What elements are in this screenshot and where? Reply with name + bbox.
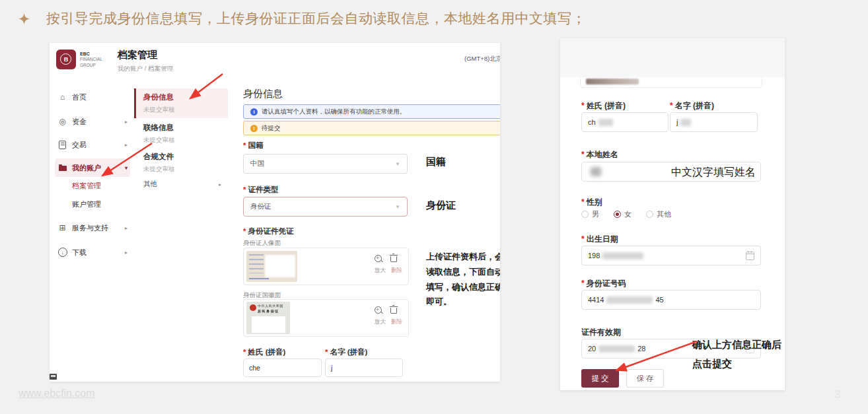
chevron-down-icon: ▾: [125, 165, 127, 171]
pending-alert: ! 待提交: [243, 121, 500, 135]
logo-wordmark: EBC FINANCIAL GROUP: [80, 50, 102, 69]
zoom-label[interactable]: 放大: [375, 267, 386, 275]
id-back-title: 居民身份证: [258, 309, 279, 314]
breadcrumb: 我的账户 / 档案管理: [118, 65, 173, 73]
id-back-thumbnail[interactable]: 中华人民共和国 居民身份证: [246, 302, 290, 334]
validity-suffix: 28: [637, 345, 645, 353]
subnav-item-other[interactable]: 其他 ▸: [134, 176, 228, 193]
id-number-strip: [249, 278, 269, 279]
sidebar-item-home[interactable]: ⌂ 首页: [55, 88, 130, 106]
submit-button[interactable]: 提 交: [581, 369, 619, 388]
id-number-label: *身份证号码: [581, 278, 626, 289]
delete-label[interactable]: 删除: [391, 318, 402, 326]
zoom-in-icon[interactable]: [375, 306, 382, 314]
nationality-label: *国籍: [243, 141, 263, 151]
sidebar-item-label: 下载: [72, 248, 87, 258]
chat-widget-icon[interactable]: [50, 374, 57, 380]
subnav-label: 身份信息: [143, 92, 228, 102]
surname-value: che: [249, 364, 260, 372]
calendar-icon[interactable]: [746, 252, 754, 260]
id-upload-box-bottom: [580, 77, 762, 88]
info-alert-text: 请认真填写个人资料，以确保所有功能的正常使用。: [262, 108, 406, 116]
local-name-input[interactable]: 中文汉字填写姓名: [581, 162, 761, 182]
upload-annotation: 上传证件资料后，会读取信息，下面自动填写，确认信息正确即可。: [426, 250, 500, 310]
id-back-upload-box: 中华人民共和国 居民身份证 放大 删除: [243, 299, 409, 337]
sidebar-item-profile-management[interactable]: 档案管理: [72, 178, 101, 193]
gender-other-radio[interactable]: 其他: [646, 209, 671, 219]
id-front-label: 身份证人像面: [243, 239, 281, 248]
dob-input[interactable]: 198: [581, 246, 761, 265]
surname-input[interactable]: ch: [581, 112, 669, 132]
app-header: B EBC FINANCIAL GROUP 档案管理 我的账户 / 档案管理 (…: [50, 43, 500, 80]
givenname-label: *名字 (拼音): [670, 100, 714, 112]
nationality-select[interactable]: 中国 ▼: [243, 154, 408, 174]
page-number: 3: [834, 388, 840, 401]
id-number-input[interactable]: 4414 45: [581, 290, 761, 310]
chevron-right-icon: ▸: [219, 182, 221, 188]
givenname-label: *名字 (拼音): [325, 347, 367, 357]
upload-tools: 放大 删除: [375, 306, 406, 326]
givenname-input[interactable]: j: [670, 112, 758, 132]
label-text: 出生日期: [587, 234, 618, 244]
label-text: 名字 (拼音): [330, 348, 367, 356]
zoom-label[interactable]: 放大: [375, 318, 386, 326]
sidebar-item-my-account[interactable]: 我的账户 ▾: [55, 158, 130, 177]
required-mark: *: [581, 279, 585, 288]
id-front-thumbnail[interactable]: [246, 251, 297, 282]
subnav-item-contact-info[interactable]: 联络信息 未提交审核: [134, 119, 228, 149]
submit-annotation-line2: 点击提交: [692, 358, 732, 370]
trash-icon[interactable]: [390, 256, 397, 262]
pending-alert-text: 待提交: [262, 124, 281, 133]
footer-link[interactable]: www.ebcfin.com: [18, 388, 95, 399]
logo-line: FINANCIAL: [80, 57, 102, 62]
gender-female-radio[interactable]: 女: [614, 209, 632, 219]
save-button[interactable]: 保 存: [626, 369, 664, 388]
sidebar-item-label: 账户管理: [72, 199, 101, 209]
redacted-area: [265, 255, 295, 277]
required-mark: *: [243, 348, 246, 356]
sidebar-item-download[interactable]: ↓ 下载 ▸: [55, 243, 130, 261]
ebc-logo-icon: B: [56, 50, 76, 69]
subnav-label: 其他: [143, 180, 157, 189]
sidebar-item-trade[interactable]: 交易 ▸: [55, 135, 130, 154]
sidebar-item-funds[interactable]: ◎ 资金 ▸: [55, 112, 130, 131]
ebc-logo: B EBC FINANCIAL GROUP: [56, 50, 102, 69]
local-name-annotation: 中文汉字填写姓名: [671, 166, 756, 180]
sidebar-item-services-support[interactable]: ⊞ 服务与支持 ▸: [55, 219, 130, 237]
gender-male-radio[interactable]: 男: [581, 209, 599, 219]
upload-tools: 放大 删除: [375, 254, 406, 275]
subnav-label: 合规文件: [143, 152, 228, 162]
label-text: 姓氏 (拼音): [587, 101, 626, 110]
gender-label: *性别: [581, 197, 602, 208]
subnav-item-identity-info[interactable]: 身份信息 未提交审核: [134, 88, 228, 118]
validity-prefix: 20: [588, 345, 596, 353]
id-type-select[interactable]: 身份证 ▼: [243, 197, 408, 217]
slide-title: 按引导完成身份信息填写，上传身份证正面后会自动读取信息，本地姓名用中文填写；: [46, 9, 586, 28]
trash-icon[interactable]: [390, 308, 397, 314]
funds-icon: ◎: [57, 117, 67, 126]
required-mark: *: [581, 234, 585, 244]
redacted-text: [591, 167, 601, 176]
trade-icon: [57, 141, 67, 149]
radio-icon: [581, 211, 589, 218]
chevron-right-icon: ▸: [125, 142, 127, 148]
delete-label[interactable]: 删除: [391, 267, 402, 275]
page-title: 档案管理: [118, 49, 173, 61]
sidebar-item-account-management[interactable]: 账户管理: [72, 197, 101, 211]
id-front-upload-box: 放大 删除: [243, 248, 409, 285]
required-mark: *: [670, 101, 673, 110]
account-folder-icon: [57, 164, 67, 171]
id-back-country: 中华人民共和国: [258, 304, 283, 308]
info-alert: i 请认真填写个人资料，以确保所有功能的正常使用。: [243, 104, 500, 119]
required-mark: *: [325, 348, 328, 356]
zoom-in-icon[interactable]: [375, 255, 382, 262]
subnav-item-compliance-docs[interactable]: 合规文件 未提交审核: [134, 148, 228, 178]
nationality-annotation: 国籍: [426, 156, 446, 168]
subnav-status: 未提交审核: [143, 165, 228, 174]
submit-annotation-line1: 确认上方信息正确后: [692, 339, 781, 351]
surname-input[interactable]: che: [243, 359, 322, 377]
surname-value: ch: [588, 118, 596, 126]
gender-radio-group: 男 女 其他: [581, 209, 671, 219]
givenname-input[interactable]: j: [325, 359, 403, 377]
required-mark: *: [581, 197, 585, 207]
